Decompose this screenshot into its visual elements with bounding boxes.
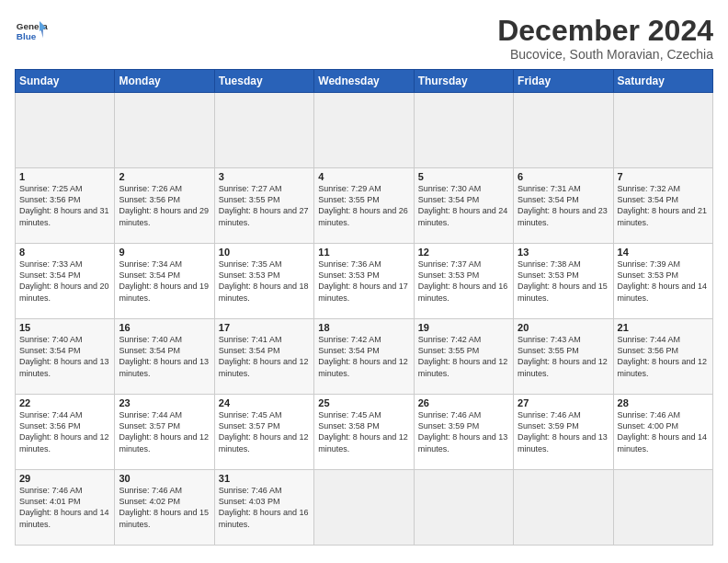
page-header: General Blue December 2024 Bucovice, Sou… (15, 15, 713, 62)
calendar-cell: 11Sunrise: 7:36 AMSunset: 3:53 PMDayligh… (314, 244, 414, 319)
calendar-cell (613, 470, 712, 546)
calendar-cell (514, 470, 613, 546)
col-tuesday: Tuesday (214, 70, 313, 93)
calendar-cell: 6Sunrise: 7:31 AMSunset: 3:54 PMDaylight… (514, 168, 613, 244)
day-info: Sunrise: 7:26 AMSunset: 3:56 PMDaylight:… (119, 183, 210, 228)
day-number: 26 (418, 397, 509, 408)
day-info: Sunrise: 7:42 AMSunset: 3:54 PMDaylight:… (318, 334, 409, 379)
logo: General Blue (15, 15, 48, 48)
day-number: 5 (418, 171, 509, 182)
day-info: Sunrise: 7:30 AMSunset: 3:54 PMDaylight:… (418, 183, 509, 228)
day-info: Sunrise: 7:46 AMSunset: 4:03 PMDaylight:… (219, 485, 310, 530)
calendar-cell: 2Sunrise: 7:26 AMSunset: 3:56 PMDaylight… (115, 168, 214, 244)
day-info: Sunrise: 7:44 AMSunset: 3:56 PMDaylight:… (618, 334, 709, 379)
page-container: General Blue December 2024 Bucovice, Sou… (0, 0, 728, 563)
day-info: Sunrise: 7:27 AMSunset: 3:55 PMDaylight:… (219, 183, 310, 228)
day-number: 2 (119, 171, 210, 182)
day-number: 14 (618, 247, 709, 258)
calendar-cell: 23Sunrise: 7:44 AMSunset: 3:57 PMDayligh… (115, 395, 214, 470)
day-info: Sunrise: 7:29 AMSunset: 3:55 PMDaylight:… (318, 183, 409, 228)
day-number: 19 (418, 322, 509, 333)
col-saturday: Saturday (613, 70, 712, 93)
calendar-cell: 27Sunrise: 7:46 AMSunset: 3:59 PMDayligh… (514, 395, 613, 470)
calendar-table: Sunday Monday Tuesday Wednesday Thursday… (15, 69, 713, 546)
day-number: 16 (119, 322, 210, 333)
day-info: Sunrise: 7:46 AMSunset: 4:00 PMDaylight:… (618, 409, 709, 454)
calendar-cell: 25Sunrise: 7:45 AMSunset: 3:58 PMDayligh… (314, 395, 414, 470)
calendar-cell (414, 93, 513, 168)
day-number: 11 (318, 247, 409, 258)
calendar-week-row (16, 93, 713, 168)
calendar-cell: 3Sunrise: 7:27 AMSunset: 3:55 PMDaylight… (214, 168, 313, 244)
calendar-cell: 9Sunrise: 7:34 AMSunset: 3:54 PMDaylight… (115, 244, 214, 319)
day-number: 3 (219, 171, 310, 182)
svg-text:Blue: Blue (17, 31, 37, 41)
calendar-week-row: 8Sunrise: 7:33 AMSunset: 3:54 PMDaylight… (16, 244, 713, 319)
day-info: Sunrise: 7:40 AMSunset: 3:54 PMDaylight:… (119, 334, 210, 379)
day-number: 30 (119, 473, 210, 484)
calendar-cell: 18Sunrise: 7:42 AMSunset: 3:54 PMDayligh… (314, 319, 414, 395)
day-info: Sunrise: 7:37 AMSunset: 3:53 PMDaylight:… (418, 259, 509, 304)
day-number: 10 (219, 247, 310, 258)
calendar-cell: 17Sunrise: 7:41 AMSunset: 3:54 PMDayligh… (214, 319, 313, 395)
calendar-cell: 30Sunrise: 7:46 AMSunset: 4:02 PMDayligh… (115, 470, 214, 546)
location-subtitle: Bucovice, South Moravian, Czechia (497, 47, 713, 62)
day-info: Sunrise: 7:46 AMSunset: 4:02 PMDaylight:… (119, 485, 210, 530)
day-number: 22 (19, 397, 110, 408)
day-info: Sunrise: 7:42 AMSunset: 3:55 PMDaylight:… (418, 334, 509, 379)
calendar-cell: 14Sunrise: 7:39 AMSunset: 3:53 PMDayligh… (613, 244, 712, 319)
day-info: Sunrise: 7:31 AMSunset: 3:54 PMDaylight:… (518, 183, 609, 228)
col-wednesday: Wednesday (314, 70, 414, 93)
col-thursday: Thursday (414, 70, 513, 93)
day-number: 12 (418, 247, 509, 258)
col-friday: Friday (514, 70, 613, 93)
day-number: 13 (518, 247, 609, 258)
day-info: Sunrise: 7:33 AMSunset: 3:54 PMDaylight:… (19, 259, 110, 304)
day-info: Sunrise: 7:45 AMSunset: 3:57 PMDaylight:… (219, 409, 310, 454)
calendar-cell: 4Sunrise: 7:29 AMSunset: 3:55 PMDaylight… (314, 168, 414, 244)
calendar-cell: 22Sunrise: 7:44 AMSunset: 3:56 PMDayligh… (16, 395, 115, 470)
calendar-cell: 7Sunrise: 7:32 AMSunset: 3:54 PMDaylight… (613, 168, 712, 244)
col-sunday: Sunday (16, 70, 115, 93)
day-info: Sunrise: 7:34 AMSunset: 3:54 PMDaylight:… (119, 259, 210, 304)
calendar-cell (16, 93, 115, 168)
title-block: December 2024 Bucovice, South Moravian, … (497, 15, 713, 62)
calendar-cell: 20Sunrise: 7:43 AMSunset: 3:55 PMDayligh… (514, 319, 613, 395)
day-number: 1 (19, 171, 110, 182)
day-info: Sunrise: 7:36 AMSunset: 3:53 PMDaylight:… (318, 259, 409, 304)
calendar-cell: 5Sunrise: 7:30 AMSunset: 3:54 PMDaylight… (414, 168, 513, 244)
calendar-cell: 24Sunrise: 7:45 AMSunset: 3:57 PMDayligh… (214, 395, 313, 470)
calendar-cell: 19Sunrise: 7:42 AMSunset: 3:55 PMDayligh… (414, 319, 513, 395)
calendar-cell (613, 93, 712, 168)
day-number: 27 (518, 397, 609, 408)
day-number: 15 (19, 322, 110, 333)
day-number: 6 (518, 171, 609, 182)
day-info: Sunrise: 7:46 AMSunset: 3:59 PMDaylight:… (518, 409, 609, 454)
calendar-header-row: Sunday Monday Tuesday Wednesday Thursday… (16, 70, 713, 93)
day-info: Sunrise: 7:44 AMSunset: 3:57 PMDaylight:… (119, 409, 210, 454)
day-number: 18 (318, 322, 409, 333)
day-number: 21 (618, 322, 709, 333)
day-info: Sunrise: 7:32 AMSunset: 3:54 PMDaylight:… (618, 183, 709, 228)
calendar-cell (514, 93, 613, 168)
calendar-week-row: 22Sunrise: 7:44 AMSunset: 3:56 PMDayligh… (16, 395, 713, 470)
calendar-cell: 16Sunrise: 7:40 AMSunset: 3:54 PMDayligh… (115, 319, 214, 395)
day-info: Sunrise: 7:44 AMSunset: 3:56 PMDaylight:… (19, 409, 110, 454)
day-info: Sunrise: 7:46 AMSunset: 4:01 PMDaylight:… (19, 485, 110, 530)
day-info: Sunrise: 7:43 AMSunset: 3:55 PMDaylight:… (518, 334, 609, 379)
day-info: Sunrise: 7:45 AMSunset: 3:58 PMDaylight:… (318, 409, 409, 454)
day-number: 20 (518, 322, 609, 333)
calendar-cell: 1Sunrise: 7:25 AMSunset: 3:56 PMDaylight… (16, 168, 115, 244)
calendar-cell: 31Sunrise: 7:46 AMSunset: 4:03 PMDayligh… (214, 470, 313, 546)
col-monday: Monday (115, 70, 214, 93)
calendar-cell: 15Sunrise: 7:40 AMSunset: 3:54 PMDayligh… (16, 319, 115, 395)
calendar-cell: 29Sunrise: 7:46 AMSunset: 4:01 PMDayligh… (16, 470, 115, 546)
day-number: 25 (318, 397, 409, 408)
day-number: 7 (618, 171, 709, 182)
day-info: Sunrise: 7:38 AMSunset: 3:53 PMDaylight:… (518, 259, 609, 304)
calendar-week-row: 29Sunrise: 7:46 AMSunset: 4:01 PMDayligh… (16, 470, 713, 546)
calendar-cell: 21Sunrise: 7:44 AMSunset: 3:56 PMDayligh… (613, 319, 712, 395)
calendar-cell (314, 93, 414, 168)
calendar-week-row: 1Sunrise: 7:25 AMSunset: 3:56 PMDaylight… (16, 168, 713, 244)
day-info: Sunrise: 7:39 AMSunset: 3:53 PMDaylight:… (618, 259, 709, 304)
